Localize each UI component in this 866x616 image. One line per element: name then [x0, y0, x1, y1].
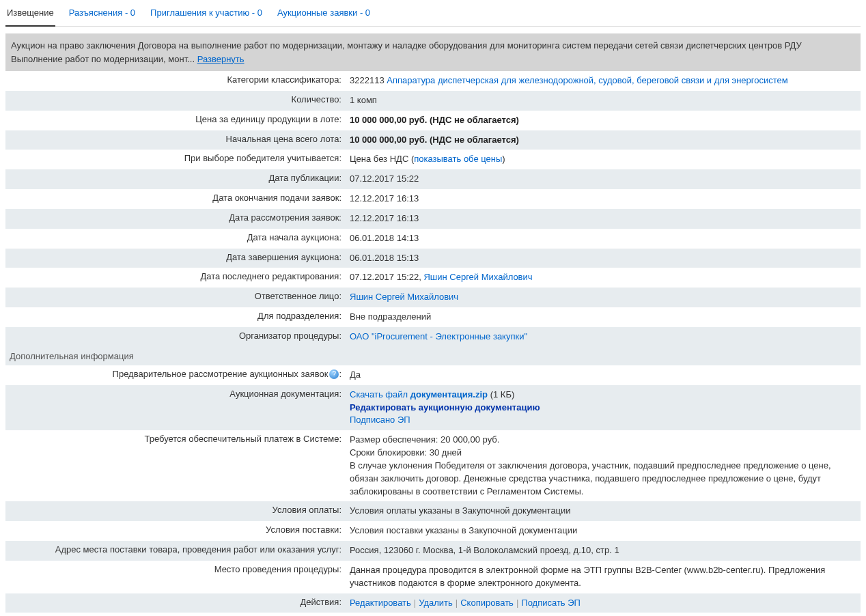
- action-sign-link[interactable]: Подписать ЭП: [521, 598, 581, 608]
- reviewdate-label: Дата рассмотрения заявок:: [5, 209, 346, 229]
- startdate-label: Дата начала аукциона:: [5, 229, 346, 249]
- help-icon[interactable]: ?: [329, 369, 339, 379]
- procedure-header: Аукцион на право заключения Договора на …: [5, 33, 861, 71]
- unitprice-value: 10 000 000,00 руб. (НДС не облагается): [346, 111, 861, 130]
- delivterms-value: Условия поставки указаны в Закупочной до…: [346, 521, 861, 541]
- docs-value: Скачать файл документация.zip (1 КБ) Ред…: [346, 385, 861, 431]
- tab-invitations[interactable]: Приглашения к участию - 0: [149, 5, 264, 22]
- address-value: Россия, 123060 г. Москва, 1-й Волоколамс…: [346, 541, 861, 561]
- classifier-link[interactable]: Аппаратура диспетчерская для железнодоро…: [387, 75, 787, 85]
- organizer-label: Организатор процедуры:: [5, 327, 346, 347]
- details-table: Категории классификатора: 3222113 Аппара…: [5, 71, 861, 616]
- action-delete-link[interactable]: Удалить: [419, 598, 453, 608]
- preview-value: Да: [346, 365, 861, 385]
- expand-link[interactable]: Развернуть: [197, 54, 245, 64]
- pubdate-label: Дата публикации:: [5, 169, 346, 189]
- deposit-value: Размер обеспечения: 20 000,00 руб. Сроки…: [346, 430, 861, 501]
- qty-value: 1 комп: [346, 91, 861, 111]
- organizer-link[interactable]: ОАО "iProcurement - Электронные закупки": [350, 331, 527, 341]
- classifier-label: Категории классификатора:: [5, 71, 346, 91]
- pubdate-value: 07.12.2017 15:22: [346, 169, 861, 189]
- payterms-value: Условия оплаты указаны в Закупочной доку…: [346, 501, 861, 521]
- action-edit-link[interactable]: Редактировать: [350, 598, 411, 608]
- procedure-subtitle: Выполнение работ по модернизации, монт..…: [11, 53, 855, 66]
- classifier-value: 3222113 Аппаратура диспетчерская для жел…: [346, 71, 861, 91]
- deposit-label: Требуется обеспечительный платеж в Систе…: [5, 430, 346, 501]
- winner-criteria-value: Цена без НДС (показывать обе цены): [346, 150, 861, 169]
- startdate-value: 06.01.2018 14:13: [346, 229, 861, 249]
- unitprice-label: Цена за единицу продукции в лоте:: [5, 111, 346, 130]
- tab-auction-bids[interactable]: Аукционные заявки - 0: [276, 5, 372, 22]
- place-value: Данная процедура проводится в электронно…: [346, 561, 861, 593]
- lastedit-user-link[interactable]: Яшин Сергей Михайлович: [423, 272, 532, 282]
- enddate-label: Дата окончания подачи заявок:: [5, 189, 346, 209]
- tab-clarifications[interactable]: Разъяснения - 0: [68, 5, 137, 22]
- reviewdate-value: 12.12.2017 16:13: [346, 209, 861, 229]
- enddate-value: 12.12.2017 16:13: [346, 189, 861, 209]
- payterms-label: Условия оплаты:: [5, 501, 346, 521]
- section-additional-info: Дополнительная информация: [5, 347, 138, 365]
- address-label: Адрес места поставки товара, проведения …: [5, 541, 346, 561]
- actions-label: Действия:: [5, 593, 346, 613]
- finishdate-value: 06.01.2018 15:13: [346, 249, 861, 268]
- winner-criteria-label: При выборе победителя учитывается:: [5, 150, 346, 169]
- tab-notice[interactable]: Извещение: [5, 5, 55, 27]
- department-value: Вне подразделений: [346, 307, 861, 327]
- edit-documentation-link[interactable]: Редактировать аукционную документацию: [350, 402, 540, 412]
- place-label: Место проведения процедуры:: [5, 561, 346, 593]
- tabs-bar: Извещение Разъяснения - 0 Приглашения к …: [5, 5, 861, 27]
- lotprice-label: Начальная цена всего лота:: [5, 130, 346, 150]
- action-copy-link[interactable]: Скопировать: [460, 598, 514, 608]
- responsible-link[interactable]: Яшин Сергей Михайлович: [350, 292, 458, 302]
- responsible-value: Яшин Сергей Михайлович: [346, 288, 861, 307]
- docs-label: Аукционная документация:: [5, 385, 346, 431]
- actions-value: Редактировать|Удалить|Скопировать|Подпис…: [346, 593, 861, 613]
- procedure-title: Аукцион на право заключения Договора на …: [11, 39, 855, 53]
- lotprice-value: 10 000 000,00 руб. (НДС не облагается): [346, 130, 861, 150]
- department-label: Для подразделения:: [5, 307, 346, 327]
- lastedit-value: 07.12.2017 15:22, Яшин Сергей Михайлович: [346, 268, 861, 288]
- qty-label: Количество:: [5, 91, 346, 111]
- download-file-link[interactable]: Скачать файл документация.zip: [350, 389, 488, 400]
- delivterms-label: Условия поставки:: [5, 521, 346, 541]
- signed-ep-link[interactable]: Подписано ЭП: [350, 415, 410, 425]
- show-both-prices-link[interactable]: показывать обе цены: [414, 154, 502, 164]
- preview-label: Предварительное рассмотрение аукционных …: [5, 365, 346, 385]
- finishdate-label: Дата завершения аукциона:: [5, 249, 346, 268]
- organizer-value: ОАО "iProcurement - Электронные закупки": [346, 327, 861, 347]
- lastedit-label: Дата последнего редактирования:: [5, 268, 346, 288]
- responsible-label: Ответственное лицо:: [5, 288, 346, 307]
